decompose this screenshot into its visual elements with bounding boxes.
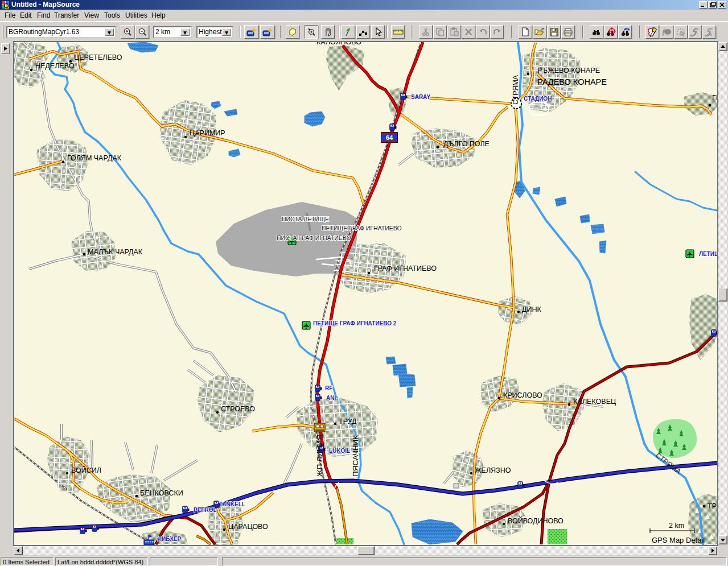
svg-text:БЕНКОВСКИ: БЕНКОВСКИ: [140, 489, 183, 497]
svg-text:РЪЖЕВО КОНАРЕ: РЪЖЕВО КОНАРЕ: [537, 67, 600, 75]
svg-text:ГРАФ ИГНАТИЕВО: ГРАФ ИГНАТИЕВО: [374, 265, 437, 272]
svg-text:ПЕТИЩЕ ГРАФ ИГНАТИЕВО 2: ПЕТИЩЕ ГРАФ ИГНАТИЕВО 2: [313, 320, 397, 327]
svg-text:RF: RF: [325, 385, 332, 391]
svg-text:КАЛЕКОВЕЦ: КАЛЕКОВЕЦ: [573, 398, 616, 406]
svg-text:PETROL: PETROL: [194, 507, 217, 513]
svg-text:ПИСТА ГРАФ ИГНАТИЕВО: ПИСТА ГРАФ ИГНАТИЕВО: [277, 234, 351, 241]
svg-text:ГР: ГР: [712, 94, 717, 102]
svg-text:LUKOIL: LUKOIL: [329, 448, 350, 454]
svg-text:ЦЕРЕТЕЛЕВО: ЦЕРЕТЕЛЕВО: [74, 53, 122, 61]
svg-text:ВОЙСИЛ: ВОЙСИЛ: [71, 466, 101, 474]
svg-text:ЛИБХЕР: ЛИБХЕР: [158, 536, 181, 542]
svg-text:TANKELL: TANKELL: [219, 501, 245, 507]
svg-text:РАДЕВО КОНАРЕ: РАДЕВО КОНАРЕ: [537, 77, 607, 86]
svg-text:ДЪЛГО ПОЛЕ: ДЪЛГО ПОЛЕ: [443, 140, 490, 148]
svg-text:СТРЯМА: СТРЯМА: [512, 75, 520, 105]
svg-text:ТРИ: ТРИ: [708, 502, 717, 510]
svg-text:КАЛОЯНОВО: КАЛОЯНОВО: [316, 42, 361, 46]
svg-text:НЕДЕЛЕВО: НЕДЕЛЕВО: [35, 62, 75, 70]
svg-text:ТРУД: ТРУД: [339, 418, 357, 425]
svg-text:64: 64: [386, 134, 393, 141]
svg-text:GPS Map Detail: GPS Map Detail: [652, 536, 705, 544]
svg-text:ПИСТА ЛЕТИЩЕ: ПИСТА ЛЕТИЩЕ: [282, 216, 329, 222]
svg-text:МАЛЪК ЧАРДАК: МАЛЪК ЧАРДАК: [88, 248, 143, 256]
svg-text:ЦАРИМИР: ЦАРИМИР: [190, 129, 225, 137]
svg-text:ЖЕЛЯЗНО: ЖЕЛЯЗНО: [475, 466, 511, 474]
svg-text:ANI: ANI: [326, 395, 336, 401]
svg-text:SARAY: SARAY: [411, 94, 430, 100]
svg-text:ВОЙВОДИНОВО: ВОЙВОДИНОВО: [508, 517, 564, 525]
svg-text:ЛЕТИЩЕ: ЛЕТИЩЕ: [699, 251, 717, 257]
svg-text:ДИНК: ДИНК: [522, 305, 541, 313]
svg-text:КРИСЛОВО: КРИСЛОВО: [503, 391, 542, 399]
svg-text:ПЕТИЩЕ ГРАФ ИГНАТИЕВО: ПЕТИЩЕ ГРАФ ИГНАТИЕВО: [322, 225, 402, 232]
svg-text:СТАДИОН: СТАДИОН: [524, 96, 552, 102]
svg-text:ПЯСАЧНИК: ПЯСАЧНИК: [351, 435, 360, 477]
svg-text:2 km: 2 km: [669, 522, 684, 530]
svg-text:ЖП ЛИНИЯ: ЖП ЛИНИЯ: [315, 435, 324, 477]
svg-text:ЦАРАЦОВО: ЦАРАЦОВО: [228, 523, 268, 531]
svg-text:ГОЛЯМ ЧАРДАК: ГОЛЯМ ЧАРДАК: [67, 154, 122, 162]
svg-text:СТРОЕВО: СТРОЕВО: [221, 405, 255, 413]
